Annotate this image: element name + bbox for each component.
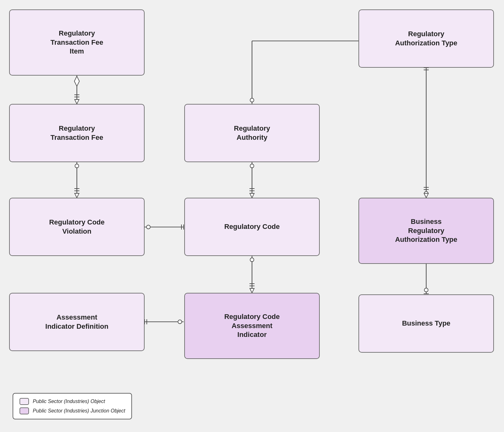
legend-item-junction: Public Sector (Industries) Junction Obje… [20,407,125,414]
entity-assessment-indicator-definition: Assessment Indicator Definition [9,293,145,351]
entity-label-rtf: Regulatory Transaction Fee [50,124,103,142]
entity-regulatory-authorization-type: Regulatory Authorization Type [358,9,494,68]
entity-label-rcai: Regulatory Code Assessment Indicator [224,312,280,339]
svg-point-20 [250,258,254,262]
entity-regulatory-transaction-fee-item: Regulatory Transaction Fee Item [9,9,145,76]
legend-item-normal: Public Sector (Industries) Object [20,398,125,405]
svg-marker-17 [250,288,254,293]
svg-point-28 [178,320,182,324]
svg-point-22 [146,225,150,229]
entity-regulatory-code: Regulatory Code [184,198,320,256]
entity-regulatory-code-violation: Regulatory Code Violation [9,198,145,256]
diagram-container: Regulatory Transaction Fee Item Regulato… [0,0,504,432]
svg-point-15 [250,164,254,168]
entity-regulatory-authority: Regulatory Authority [184,104,320,162]
entity-business-regulatory-authorization-type: Business Regulatory Authorization Type [358,198,494,264]
entity-label-rcv: Regulatory Code Violation [49,218,105,236]
svg-point-36 [424,191,428,195]
entity-label-aid: Assessment Indicator Definition [45,313,108,331]
legend-label-junction: Public Sector (Industries) Junction Obje… [33,408,125,414]
entity-label-rc: Regulatory Code [224,222,280,231]
entity-regulatory-code-assessment-indicator: Regulatory Code Assessment Indicator [184,293,320,359]
legend: Public Sector (Industries) Object Public… [13,393,132,419]
svg-marker-3 [75,99,79,104]
legend-swatch-normal [20,398,29,405]
entity-business-type: Business Type [358,294,494,353]
entity-label-rat: Regulatory Authorization Type [395,30,457,48]
svg-point-41 [424,288,428,292]
entity-label-bt: Business Type [402,319,450,328]
entity-label-ra: Regulatory Authority [234,124,270,142]
entity-label-rtfi: Regulatory Transaction Fee Item [50,29,103,56]
svg-marker-2 [74,76,79,86]
entity-regulatory-transaction-fee: Regulatory Transaction Fee [9,104,145,162]
svg-point-32 [250,98,254,102]
entity-label-brat: Business Regulatory Authorization Type [395,217,457,244]
legend-label-normal: Public Sector (Industries) Object [33,399,105,404]
svg-marker-37 [424,193,428,198]
svg-point-10 [75,164,79,168]
svg-marker-7 [75,193,79,198]
legend-swatch-junction [20,407,29,414]
svg-marker-12 [250,193,254,198]
